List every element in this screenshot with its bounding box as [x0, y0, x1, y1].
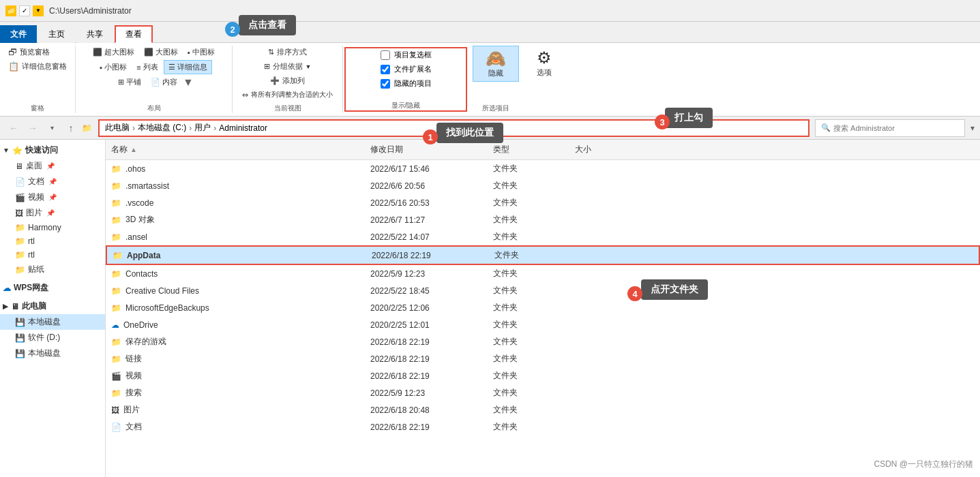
file-list-header: 名称 ▲ 修改日期 类型 大小	[106, 140, 980, 160]
file-row-links[interactable]: 📁 链接 2022/6/18 22:19 文件夹	[106, 350, 980, 367]
file-row-documents[interactable]: 📄 文档 2022/6/18 22:19 文件夹	[106, 418, 980, 435]
annotation-circle-3: 3	[655, 114, 670, 129]
col-date[interactable]: 修改日期	[365, 142, 488, 157]
content-btn[interactable]: 📄 内容	[147, 76, 181, 89]
options-icon: ⚙	[537, 48, 552, 67]
large-icon-btn[interactable]: ⬛ 大图标	[140, 46, 182, 59]
sidebar-item-pictures[interactable]: 🖼 图片 📌	[0, 205, 105, 221]
sidebar-item-video[interactable]: 🎬 视频 📌	[0, 189, 105, 205]
tile-btn[interactable]: ⊞ 平铺	[114, 76, 145, 89]
col-type[interactable]: 类型	[488, 142, 569, 157]
ext-checkbox[interactable]	[381, 65, 390, 74]
ribbon-options: ⚙ 选项	[523, 46, 565, 113]
breadcrumb-part1[interactable]: 本地磁盘 (C:)	[138, 122, 186, 134]
hide-btn[interactable]: 🙈 隐藏	[473, 46, 519, 82]
preview-pane-btn[interactable]: 🗗 预览窗格	[5, 46, 70, 59]
hide-icon: 🙈	[486, 49, 506, 68]
ribbon-hide-options: 🙈 隐藏 所选项目	[469, 46, 523, 113]
annotation-position: 找到此位置	[436, 123, 503, 143]
file-row-ansel[interactable]: 📁 .ansel 2022/5/22 14:07 文件夹	[106, 228, 980, 245]
sidebar-item-harmony[interactable]: 📁 Harmony	[0, 221, 105, 234]
tab-view[interactable]: 查看	[115, 25, 153, 43]
sep0: ›	[132, 123, 135, 133]
file-icon-search: 📁	[111, 388, 121, 398]
hidden-checkbox-label[interactable]: 隐藏的项目	[378, 77, 434, 90]
sidebar-section-this-pc[interactable]: ▶ 🖥 此电脑	[0, 298, 105, 314]
fit-col-btn[interactable]: ⇔ 将所有列调整为合适的大小	[238, 89, 337, 101]
breadcrumb-part2[interactable]: 用户	[194, 122, 211, 134]
stickers-icon: 📁	[15, 265, 25, 275]
medium-icon-btn[interactable]: ▪ 中图标	[183, 46, 219, 59]
ribbon-group-layout: ⬛ 超大图标 ⬛ 大图标 ▪ 中图标 ▪ 小图标 ≡ 列表 ☰	[76, 46, 233, 113]
item-checkbox[interactable]	[381, 50, 390, 60]
add-col-btn[interactable]: ➕ 添加列	[266, 74, 309, 87]
dropdown-arrow[interactable]: ▾	[970, 123, 975, 133]
file-row-savedgames[interactable]: 📁 保存的游戏 2022/6/18 22:19 文件夹	[106, 333, 980, 350]
file-row-appdata[interactable]: 📁 AppData 2022/6/18 22:19 文件夹	[106, 245, 980, 265]
file-row-vscode[interactable]: 📁 .vscode 2022/5/16 20:53 文件夹	[106, 194, 980, 211]
col-size[interactable]: 大小	[569, 142, 638, 157]
file-row-smartassist[interactable]: 📁 .smartassist 2022/6/6 20:56 文件夹	[106, 177, 980, 194]
group-down-icon: ▼	[306, 63, 312, 70]
layout-more-btn[interactable]: ▼	[183, 76, 194, 89]
ext-checkbox-label[interactable]: 文件扩展名	[378, 63, 434, 76]
sidebar-item-desktop[interactable]: 🖥 桌面 📌	[0, 158, 105, 174]
file-row-onedrive[interactable]: ☁ OneDrive 2020/2/25 12:01 文件夹	[106, 316, 980, 333]
breadcrumb-part0[interactable]: 此电脑	[105, 122, 130, 134]
content-icon: 📄	[151, 78, 160, 87]
folder-nav-icon: 📁	[82, 123, 93, 134]
rtl1-icon: 📁	[15, 236, 25, 246]
file-icon-3d: 📁	[111, 215, 121, 225]
details-btn[interactable]: ☰ 详细信息	[164, 60, 212, 74]
back-btn[interactable]: ←	[5, 120, 22, 136]
file-list-area: 名称 ▲ 修改日期 类型 大小 📁 .ohos 2022/6/17 15:46 …	[106, 140, 980, 477]
ribbon-group-pane: 🗗 预览窗格 📋 详细信息窗格 窗格	[0, 46, 76, 113]
file-row-ohos[interactable]: 📁 .ohos 2022/6/17 15:46 文件夹	[106, 160, 980, 177]
this-pc-label: 此电脑	[22, 301, 46, 312]
hidden-checkbox[interactable]	[381, 79, 390, 89]
small-icon-btn[interactable]: ▪ 小图标	[95, 60, 131, 74]
file-row-creative[interactable]: 📁 Creative Cloud Files 2022/5/22 18:45 文…	[106, 282, 980, 299]
forward-btn[interactable]: →	[25, 120, 41, 136]
sidebar-section-quick-access[interactable]: ▼ ⭐ 快速访问	[0, 142, 105, 158]
file-row-contacts[interactable]: 📁 Contacts 2022/5/9 12:23 文件夹	[106, 265, 980, 282]
tab-share[interactable]: 共享	[76, 25, 113, 43]
rtl2-icon: 📁	[15, 250, 25, 260]
options-btn[interactable]: ⚙ 选项	[527, 46, 561, 80]
file-icon-savedgames: 📁	[111, 337, 121, 347]
file-row-pictures[interactable]: 🖼 图片 2022/6/18 20:48 文件夹	[106, 401, 980, 418]
list-btn[interactable]: ≡ 列表	[132, 60, 162, 74]
sidebar-item-drive-d[interactable]: 💾 软件 (D:)	[0, 330, 105, 345]
sidebar-item-local-c[interactable]: 💾 本地磁盘	[0, 314, 105, 330]
file-row-3d[interactable]: 📁 3D 对象 2022/6/7 11:27 文件夹	[106, 211, 980, 228]
group-btn[interactable]: ⊞ 分组依据 ▼	[260, 60, 316, 73]
file-row-edge[interactable]: 📁 MicrosoftEdgeBackups 2020/2/25 12:06 文…	[106, 299, 980, 316]
details-pane-btn[interactable]: 📋 详细信息窗格	[5, 60, 70, 73]
annotation-check: 打上勾	[665, 108, 713, 128]
search-field[interactable]	[833, 124, 959, 132]
sidebar-item-rtl2[interactable]: 📁 rtl	[0, 248, 105, 262]
recent-btn[interactable]: ▾	[44, 120, 60, 136]
tab-file[interactable]: 文件	[0, 25, 37, 43]
add-col-icon: ➕	[270, 76, 280, 85]
pics-icon: 🖼	[15, 209, 23, 218]
sidebar-item-local-e[interactable]: 💾 本地磁盘	[0, 345, 105, 361]
sidebar-item-rtl1[interactable]: 📁 rtl	[0, 234, 105, 248]
sidebar-section-wps[interactable]: ☁ WPS网盘	[0, 280, 105, 296]
file-icon-creative: 📁	[111, 286, 121, 296]
search-input[interactable]: 🔍	[815, 119, 965, 137]
sort-btn[interactable]: ⇅ 排序方式	[264, 46, 311, 59]
up-btn[interactable]: ↑	[63, 120, 79, 136]
harmony-icon: 📁	[15, 223, 25, 232]
sidebar-item-docs[interactable]: 📄 文档 📌	[0, 174, 105, 189]
file-row-search[interactable]: 📁 搜索 2022/5/9 12:23 文件夹	[106, 384, 980, 401]
extra-large-icon-btn[interactable]: ⬛ 超大图标	[89, 46, 138, 59]
breadcrumb-part3[interactable]: Administrator	[219, 123, 267, 133]
sidebar-item-stickers[interactable]: 📁 贴纸	[0, 262, 105, 277]
item-checkbox-label[interactable]: 项目复选框	[378, 48, 434, 61]
small-icon: ▪	[100, 63, 102, 72]
tab-home[interactable]: 主页	[38, 25, 75, 43]
col-name[interactable]: 名称 ▲	[106, 142, 365, 157]
file-row-video[interactable]: 🎬 视频 2022/6/18 22:19 文件夹	[106, 367, 980, 384]
medium-icon: ▪	[188, 48, 190, 57]
